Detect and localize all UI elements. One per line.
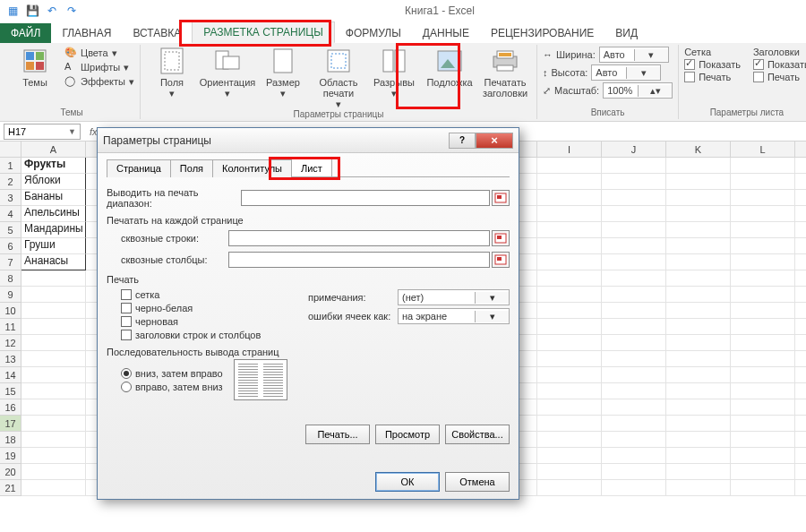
cell[interactable] — [537, 190, 602, 206]
row-header[interactable]: 2 — [0, 174, 21, 190]
cols-repeat-input[interactable] — [228, 252, 490, 268]
tab-formulas[interactable]: ФОРМУЛЫ — [335, 23, 412, 43]
cell[interactable] — [795, 238, 806, 254]
cell[interactable] — [21, 335, 86, 351]
row-header[interactable]: 19 — [0, 448, 21, 464]
cell[interactable] — [602, 432, 666, 448]
cell[interactable] — [731, 254, 795, 270]
effects-button[interactable]: ◯Эффекты ▾ — [64, 75, 134, 88]
cell[interactable] — [602, 222, 666, 238]
cell[interactable] — [666, 238, 731, 254]
cell[interactable] — [795, 174, 806, 190]
cell[interactable] — [731, 222, 795, 238]
rows-repeat-input[interactable] — [228, 230, 490, 246]
cell[interactable] — [602, 480, 666, 496]
cell[interactable] — [537, 351, 602, 367]
cell[interactable] — [795, 270, 806, 287]
cell[interactable] — [21, 383, 86, 399]
cell[interactable] — [602, 287, 666, 303]
tab-view[interactable]: ВИД — [604, 23, 648, 43]
cell[interactable] — [537, 174, 602, 190]
cell[interactable] — [666, 448, 731, 464]
cell[interactable] — [602, 303, 666, 319]
cell[interactable] — [602, 335, 666, 351]
preview-button[interactable]: Просмотр — [375, 425, 440, 444]
width-combo[interactable]: Авто▾ — [599, 47, 669, 63]
fonts-button[interactable]: AШрифты ▾ — [64, 61, 134, 73]
cancel-button[interactable]: Отмена — [445, 472, 510, 492]
cell[interactable] — [731, 416, 795, 432]
cell[interactable] — [731, 480, 795, 496]
print-area-ref-button[interactable] — [492, 190, 510, 206]
cell[interactable] — [795, 416, 806, 432]
height-combo[interactable]: Авто▾ — [591, 64, 661, 81]
cell[interactable] — [537, 383, 602, 399]
row-header[interactable]: 12 — [0, 335, 21, 351]
options-button[interactable]: Свойства... — [445, 425, 510, 444]
cell[interactable] — [537, 254, 602, 270]
cell[interactable] — [666, 416, 731, 432]
cell[interactable] — [537, 464, 602, 480]
cell[interactable] — [602, 319, 666, 335]
dialog-tab-headerfooter[interactable]: Колонтитулы — [212, 159, 292, 177]
headings-print-check[interactable]: Печать — [753, 72, 806, 82]
cell[interactable] — [731, 399, 795, 416]
cell[interactable] — [602, 399, 666, 416]
cell[interactable] — [602, 206, 666, 222]
headings-show-check[interactable]: Показать — [753, 59, 806, 70]
cell[interactable]: Фрукты — [21, 158, 86, 174]
cell[interactable]: Ананасы — [21, 254, 86, 270]
cell[interactable] — [731, 206, 795, 222]
cell[interactable] — [537, 416, 602, 432]
cell[interactable] — [731, 174, 795, 190]
cell[interactable] — [795, 383, 806, 399]
row-header[interactable]: 16 — [0, 399, 21, 416]
dialog-close-button[interactable]: × — [476, 133, 513, 149]
cell[interactable]: Яблоки — [21, 174, 86, 190]
cell[interactable] — [537, 222, 602, 238]
row-header[interactable]: 10 — [0, 303, 21, 319]
print-area-input[interactable] — [241, 190, 490, 206]
tab-insert[interactable]: ВСТАВКА — [122, 23, 192, 43]
cell[interactable] — [795, 222, 806, 238]
cell[interactable]: Бананы — [21, 190, 86, 206]
row-header[interactable]: 21 — [0, 480, 21, 496]
dialog-tab-margins[interactable]: Поля — [170, 159, 213, 177]
cell[interactable] — [795, 464, 806, 480]
margins-button[interactable]: Поля▾ — [146, 47, 198, 99]
cell[interactable] — [731, 270, 795, 287]
cell[interactable] — [666, 190, 731, 206]
column-header[interactable]: I — [537, 142, 602, 158]
cell[interactable] — [666, 174, 731, 190]
tab-page-layout[interactable]: РАЗМЕТКА СТРАНИЦЫ — [192, 21, 335, 43]
cell[interactable] — [666, 399, 731, 416]
cell[interactable] — [795, 367, 806, 383]
cell[interactable] — [537, 367, 602, 383]
name-box[interactable]: H17▼ — [4, 124, 81, 140]
themes-button[interactable]: Темы — [9, 47, 61, 88]
scale-combo[interactable]: 100%▴▾ — [603, 82, 673, 99]
column-header[interactable]: J — [602, 142, 666, 158]
cell[interactable] — [666, 335, 731, 351]
row-header[interactable]: 8 — [0, 270, 21, 287]
tab-file[interactable]: ФАЙЛ — [0, 23, 51, 43]
redo-icon[interactable]: ↷ — [64, 4, 79, 18]
cell[interactable] — [795, 448, 806, 464]
orientation-button[interactable]: Ориентация▾ — [202, 47, 253, 99]
save-icon[interactable]: 💾 — [25, 4, 39, 18]
cell[interactable] — [537, 238, 602, 254]
row-header[interactable]: 1 — [0, 158, 21, 174]
cell[interactable] — [795, 335, 806, 351]
dialog-tab-sheet[interactable]: Лист — [291, 159, 332, 176]
cell[interactable] — [795, 158, 806, 174]
tab-data[interactable]: ДАННЫЕ — [412, 23, 480, 43]
cell[interactable] — [666, 464, 731, 480]
cell[interactable] — [731, 158, 795, 174]
cell[interactable] — [537, 303, 602, 319]
cell[interactable] — [795, 399, 806, 416]
cell[interactable] — [731, 287, 795, 303]
cell[interactable] — [602, 416, 666, 432]
cell[interactable] — [666, 351, 731, 367]
row-header[interactable]: 18 — [0, 432, 21, 448]
cell[interactable] — [795, 480, 806, 496]
